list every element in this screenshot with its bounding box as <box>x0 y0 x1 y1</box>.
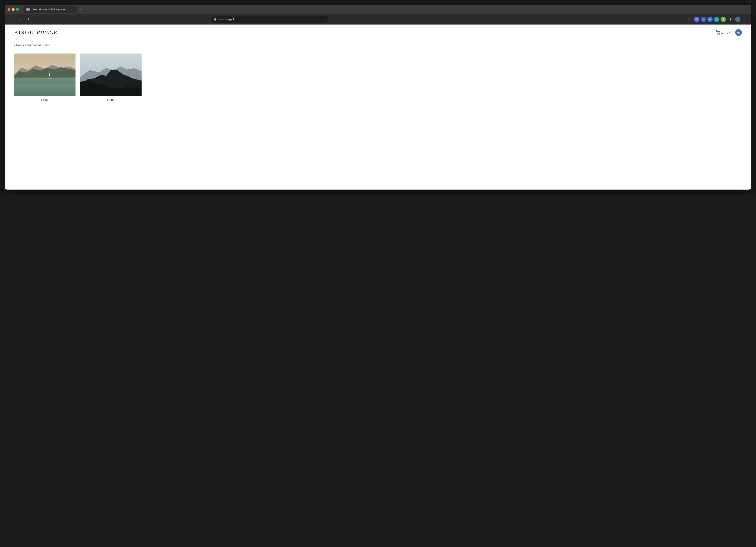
products-grid: H002 <box>5 50 751 111</box>
product-card-h002[interactable]: H002 <box>14 54 76 102</box>
cart-icon <box>715 30 720 35</box>
site-header: BISOU RIVAGE 1 ML <box>5 25 751 41</box>
lock-icon: 🔒 <box>214 18 216 21</box>
maximize-button[interactable] <box>16 8 19 11</box>
ext1-button[interactable]: ⬡ <box>694 17 699 22</box>
svg-point-1 <box>719 34 720 35</box>
breadcrumb-sep1: / <box>14 43 15 47</box>
more-button[interactable]: ⋮ <box>742 16 748 23</box>
product-image-svg-h001 <box>80 54 142 96</box>
address-bar: ‹ › ↺ 🔒 bisourivage.fr ☆ ⬡ 16 F ◎ ✕ ⬇ 👤 … <box>5 14 751 25</box>
breadcrumb-sep2: / <box>25 43 26 47</box>
page-content: BISOU RIVAGE 1 ML / <box>5 25 751 190</box>
user-avatar[interactable]: ML <box>735 29 742 36</box>
tab-title: bisou rivage - Marketplace d <box>32 8 67 11</box>
breadcrumb: / Home / Horizontal / New <box>5 41 751 50</box>
ext5-button[interactable]: ✕ <box>721 17 726 22</box>
active-tab[interactable]: 🌊 bisou rivage - Marketplace d ✕ <box>23 6 77 13</box>
cart-count: 1 <box>721 31 723 34</box>
title-bar: 🌊 bisou rivage - Marketplace d ✕ + ⌄ <box>5 5 751 14</box>
product-label-h002: H002 <box>41 98 48 102</box>
svg-point-16 <box>48 78 51 79</box>
toolbar-right: ☆ ⬡ 16 F ◎ ✕ ⬇ 👤 ⋮ <box>686 16 748 23</box>
browser-window: 🌊 bisou rivage - Marketplace d ✕ + ⌄ ‹ ›… <box>5 5 751 190</box>
svg-rect-23 <box>80 88 142 96</box>
star-button[interactable]: ☆ <box>686 16 693 23</box>
tab-bar: 🌊 bisou rivage - Marketplace d ✕ + ⌄ <box>23 6 748 13</box>
tab-close-button[interactable]: ✕ <box>69 8 73 11</box>
product-label-h001: H001 <box>107 98 114 102</box>
download-icon <box>727 30 731 34</box>
svg-marker-13 <box>14 78 76 84</box>
ext3-button[interactable]: F <box>707 17 713 22</box>
logo-text: BISOU RIVAGE <box>14 29 57 35</box>
forward-button[interactable]: › <box>16 16 23 23</box>
product-image-h001 <box>80 54 142 96</box>
back-button[interactable]: ‹ <box>8 16 14 23</box>
product-image-svg-h002 <box>14 54 76 96</box>
minimize-button[interactable] <box>12 8 15 11</box>
reload-button[interactable]: ↺ <box>25 16 31 23</box>
product-card-h001[interactable]: H001 <box>80 54 142 102</box>
tab-expand-button[interactable]: ⌄ <box>742 6 748 13</box>
ext4-button[interactable]: ◎ <box>714 17 719 22</box>
close-button[interactable] <box>8 8 10 11</box>
download-button[interactable] <box>727 30 731 36</box>
header-actions: 1 ML <box>715 29 742 36</box>
svg-point-0 <box>717 34 718 35</box>
breadcrumb-current: New <box>43 43 50 47</box>
cart-button[interactable]: 1 <box>715 30 723 35</box>
product-image-h002 <box>14 54 76 96</box>
breadcrumb-sep3: / <box>42 43 42 47</box>
download-button[interactable]: ⬇ <box>727 16 734 23</box>
ext2-button[interactable]: 16 <box>701 17 706 22</box>
url-text: bisourivage.fr <box>218 18 235 21</box>
new-tab-button[interactable]: + <box>78 6 84 13</box>
url-bar[interactable]: 🔒 bisourivage.fr <box>211 16 329 23</box>
site-logo[interactable]: BISOU RIVAGE <box>14 29 57 36</box>
breadcrumb-category[interactable]: Horizontal <box>27 43 41 47</box>
profile-button[interactable]: 👤 <box>735 17 740 22</box>
breadcrumb-home[interactable]: Home <box>16 43 24 47</box>
traffic-lights <box>8 8 19 11</box>
tab-favicon: 🌊 <box>26 8 30 11</box>
